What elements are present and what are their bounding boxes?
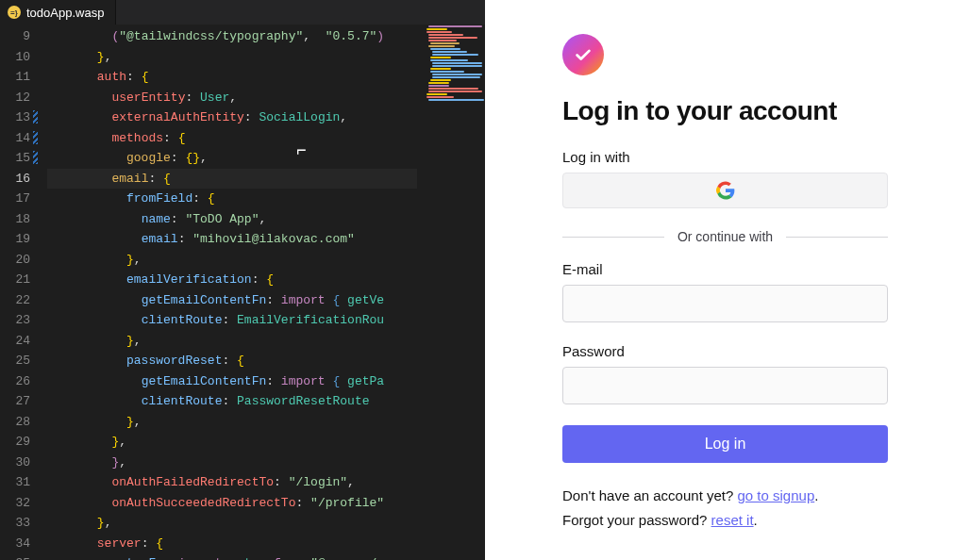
line-number: 9 xyxy=(0,26,30,47)
line-number: 19 xyxy=(0,229,30,250)
editor-tab[interactable]: =} todoApp.wasp xyxy=(0,0,116,25)
line-number: 23 xyxy=(0,310,30,331)
modified-line-marker xyxy=(33,110,38,124)
line-number: 20 xyxy=(0,250,30,271)
email-field[interactable] xyxy=(562,285,888,322)
editor-body[interactable]: 9101112131415161718192021222324252627282… xyxy=(0,25,485,560)
line-number-gutter: 9101112131415161718192021222324252627282… xyxy=(0,25,47,560)
line-number: 27 xyxy=(0,391,30,412)
line-number: 24 xyxy=(0,331,30,352)
line-number: 13 xyxy=(0,107,30,128)
signup-helper: Don't have an account yet? go to signup. xyxy=(562,484,913,508)
login-form-pane: Log in to your account Log in with Or co… xyxy=(485,0,970,560)
checkmark-icon xyxy=(573,44,594,65)
go-to-signup-link[interactable]: go to signup xyxy=(738,487,815,503)
line-number: 11 xyxy=(0,67,30,88)
app-logo-badge xyxy=(562,34,604,75)
line-number: 26 xyxy=(0,371,30,392)
login-button[interactable]: Log in xyxy=(562,425,888,463)
minimap[interactable] xyxy=(417,25,485,560)
line-number: 29 xyxy=(0,432,30,453)
signin-with-label: Log in with xyxy=(562,149,913,165)
line-number: 34 xyxy=(0,534,30,554)
code-editor-pane: =} todoApp.wasp 910111213141516171819202… xyxy=(0,0,485,560)
wasp-file-icon: =} xyxy=(8,6,21,19)
line-number: 16 xyxy=(0,169,30,189)
email-label: E-mail xyxy=(562,261,913,277)
modified-line-marker xyxy=(33,131,38,144)
line-number: 28 xyxy=(0,412,30,433)
line-number: 35 xyxy=(0,553,30,560)
login-title: Log in to your account xyxy=(562,96,913,126)
reset-password-link[interactable]: reset it xyxy=(711,512,754,528)
line-number: 31 xyxy=(0,472,30,493)
line-number: 33 xyxy=(0,513,30,534)
line-number: 18 xyxy=(0,209,30,230)
editor-tab-bar: =} todoApp.wasp xyxy=(0,0,485,25)
line-number: 12 xyxy=(0,88,30,108)
line-number: 10 xyxy=(0,47,30,68)
line-number: 15 xyxy=(0,148,30,169)
editor-tab-filename: todoApp.wasp xyxy=(26,6,104,20)
line-number: 17 xyxy=(0,189,30,209)
password-label: Password xyxy=(562,343,913,359)
line-number: 32 xyxy=(0,493,30,514)
line-number: 25 xyxy=(0,351,30,371)
modified-line-marker xyxy=(33,151,38,164)
line-number: 21 xyxy=(0,270,30,290)
google-signin-button[interactable] xyxy=(562,173,888,208)
line-number: 14 xyxy=(0,128,30,149)
line-number: 30 xyxy=(0,453,30,473)
forgot-password-helper: Forgot your password? reset it. xyxy=(562,508,913,533)
divider-or-continue: Or continue with xyxy=(562,229,888,244)
password-field[interactable] xyxy=(562,367,888,404)
google-icon xyxy=(716,181,735,200)
line-number: 22 xyxy=(0,290,30,311)
